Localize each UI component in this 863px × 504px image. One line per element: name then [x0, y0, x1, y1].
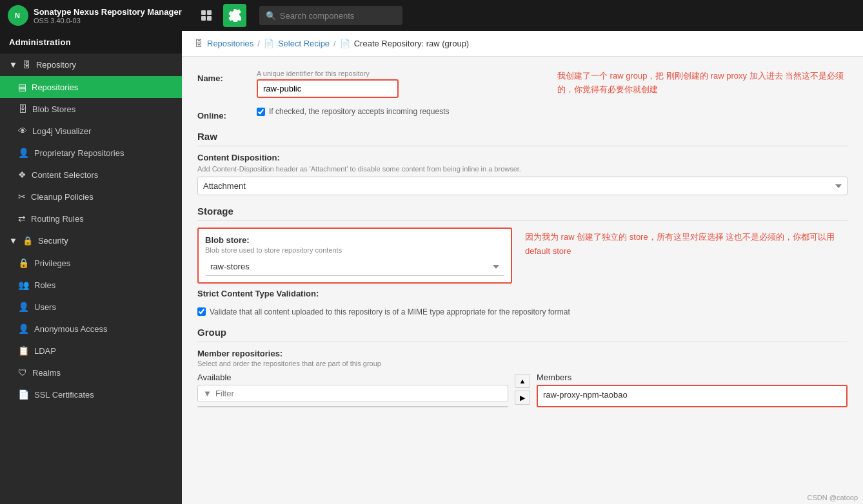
- topbar: N Sonatype Nexus Repository Manager OSS …: [0, 0, 863, 31]
- sidebar-item-blob-stores[interactable]: 🗄 Blob Stores: [0, 98, 182, 120]
- app-name: Sonatype Nexus Repository Manager: [34, 7, 182, 17]
- online-checkbox-row: If checked, the repository accepts incom…: [257, 107, 848, 116]
- privileges-icon: 🔒: [18, 258, 29, 268]
- sidebar: Administration ▼ 🗄 Repository ▤ Reposito…: [0, 31, 182, 504]
- users-label: Users: [34, 302, 56, 312]
- breadcrumb-select-recipe[interactable]: Select Recipe: [278, 39, 330, 48]
- settings-icon-btn[interactable]: [223, 4, 246, 27]
- repository-group-label: Repository: [36, 60, 76, 70]
- online-checkbox[interactable]: [257, 108, 265, 116]
- sidebar-item-log4j[interactable]: 👁 Log4j Visualizer: [0, 120, 182, 142]
- realms-icon: 🛡: [18, 367, 27, 378]
- roles-icon: 👥: [18, 280, 29, 290]
- breadcrumb-repositories[interactable]: Repositories: [207, 39, 253, 48]
- sidebar-item-privileges[interactable]: 🔒 Privileges: [0, 252, 182, 274]
- available-label: Available: [197, 373, 508, 382]
- sidebar-item-cleanup-policies[interactable]: ✂ Cleanup Policies: [0, 186, 182, 208]
- move-right-button[interactable]: ▶: [515, 391, 530, 405]
- users-icon: 👤: [18, 302, 29, 312]
- proprietary-icon: 👤: [18, 148, 29, 158]
- sidebar-item-routing-rules[interactable]: ⇄ Routing Rules: [0, 208, 182, 229]
- online-row: Online: If checked, the repository accep…: [197, 107, 848, 121]
- log4j-icon: 👁: [18, 126, 27, 136]
- ssl-icon: 📄: [18, 389, 29, 400]
- blob-store-annotation: 因为我为 raw 创建了独立的 store，所有这里对应选择 这也不是必须的，你…: [525, 228, 848, 258]
- group-section-title: Group: [197, 327, 848, 342]
- search-input[interactable]: [280, 11, 396, 21]
- sidebar-item-users[interactable]: 👤 Users: [0, 296, 182, 318]
- sidebar-item-repositories[interactable]: ▤ Repositories: [0, 76, 182, 98]
- name-row: Name: A unique identifier for this repos…: [197, 70, 848, 98]
- sidebar-item-proprietary[interactable]: 👤 Proprietary Repositories: [0, 142, 182, 164]
- online-desc: If checked, the repository accepts incom…: [269, 107, 449, 116]
- app-logo: N Sonatype Nexus Repository Manager OSS …: [8, 5, 182, 26]
- blob-store-select[interactable]: raw-stores: [205, 258, 504, 276]
- content-disposition-select[interactable]: Attachment: [197, 177, 848, 195]
- filter-icon: ▼: [203, 389, 212, 398]
- member-repos-section: Member repositories: Select and order th…: [197, 349, 848, 407]
- members-list[interactable]: raw-proxy-npm-taobao: [537, 385, 848, 407]
- sidebar-item-ldap[interactable]: 📋 LDAP: [0, 340, 182, 362]
- blob-stores-icon: 🗄: [18, 104, 27, 114]
- arrow-buttons: ▲ ▶: [515, 374, 530, 405]
- proprietary-label: Proprietary Repositories: [34, 148, 124, 158]
- sidebar-item-ssl[interactable]: 📄 SSL Certificates: [0, 383, 182, 405]
- cleanup-policies-icon: ✂: [18, 191, 26, 202]
- filter-box[interactable]: ▼: [197, 385, 508, 402]
- breadcrumb-icon3: 📄: [340, 39, 350, 48]
- search-icon: 🔍: [266, 11, 276, 21]
- sidebar-item-content-selectors[interactable]: ❖ Content Selectors: [0, 164, 182, 186]
- ldap-label: LDAP: [34, 346, 56, 356]
- content-area: 🗄 Repositories / 📄 Select Recipe / 📄 Cre…: [182, 31, 863, 504]
- svg-rect-4: [201, 16, 206, 21]
- blob-store-desc: Blob store used to store repository cont…: [205, 246, 504, 254]
- sidebar-group-security[interactable]: ▼ 🔒 Security: [0, 229, 182, 252]
- content-selectors-icon: ❖: [18, 170, 26, 180]
- watermark: CSDN @catoop: [808, 494, 858, 501]
- chevron-down-icon: ▼: [9, 60, 17, 70]
- breadcrumb-icon: 🗄: [195, 39, 203, 48]
- name-input[interactable]: [257, 79, 399, 98]
- sidebar-group-repository[interactable]: ▼ 🗄 Repository: [0, 53, 182, 76]
- topbar-icons: [195, 4, 246, 27]
- name-label: Name:: [197, 70, 249, 83]
- content-disposition-title: Content Disposition:: [197, 153, 848, 162]
- cleanup-policies-label: Cleanup Policies: [31, 192, 94, 202]
- sidebar-admin-header: Administration: [0, 31, 182, 53]
- strict-desc: Validate that all content uploaded to th…: [210, 307, 570, 316]
- filter-input[interactable]: [215, 389, 502, 398]
- components-icon-btn[interactable]: [195, 4, 218, 27]
- online-field: If checked, the repository accepts incom…: [257, 107, 848, 116]
- sidebar-item-realms[interactable]: 🛡 Realms: [0, 362, 182, 383]
- anonymous-label: Anonymous Access: [34, 324, 107, 334]
- content-disposition-section: Content Disposition: Add Content-Disposi…: [197, 153, 848, 195]
- routing-rules-label: Routing Rules: [31, 214, 84, 224]
- search-box[interactable]: 🔍: [259, 6, 402, 25]
- sidebar-item-anonymous-access[interactable]: 👤 Anonymous Access: [0, 318, 182, 340]
- members-label: Members: [537, 373, 848, 382]
- ldap-icon: 📋: [18, 345, 29, 356]
- roles-label: Roles: [34, 280, 55, 290]
- anonymous-icon: 👤: [18, 324, 29, 334]
- name-field: A unique identifier for this repository: [257, 70, 543, 98]
- content-disposition-desc: Add Content-Disposition header as 'Attac…: [197, 165, 848, 173]
- blob-stores-label: Blob Stores: [32, 104, 75, 114]
- strict-content-checkbox[interactable]: [197, 307, 206, 316]
- breadcrumb-current: Create Repository: raw (group): [354, 39, 469, 48]
- member-repos-title: Member repositories:: [197, 349, 848, 358]
- move-up-button[interactable]: ▲: [515, 374, 530, 388]
- main-layout: Administration ▼ 🗄 Repository ▤ Reposito…: [0, 31, 863, 504]
- available-list[interactable]: [197, 406, 508, 407]
- repositories-label: Repositories: [32, 82, 78, 92]
- repositories-icon: ▤: [18, 82, 26, 92]
- breadcrumb-icon2: 📄: [264, 39, 274, 48]
- sidebar-item-roles[interactable]: 👥 Roles: [0, 274, 182, 296]
- strict-title: Strict Content Type Validation:: [197, 289, 319, 298]
- available-members-cols: Available ▼ ▲ ▶: [197, 373, 848, 407]
- content-selectors-label: Content Selectors: [32, 170, 98, 180]
- online-label: Online:: [197, 107, 249, 121]
- log4j-label: Log4j Visualizer: [32, 126, 92, 136]
- privileges-label: Privileges: [34, 258, 70, 268]
- realms-label: Realms: [32, 368, 61, 378]
- strict-content-check-row: Validate that all content uploaded to th…: [197, 307, 848, 316]
